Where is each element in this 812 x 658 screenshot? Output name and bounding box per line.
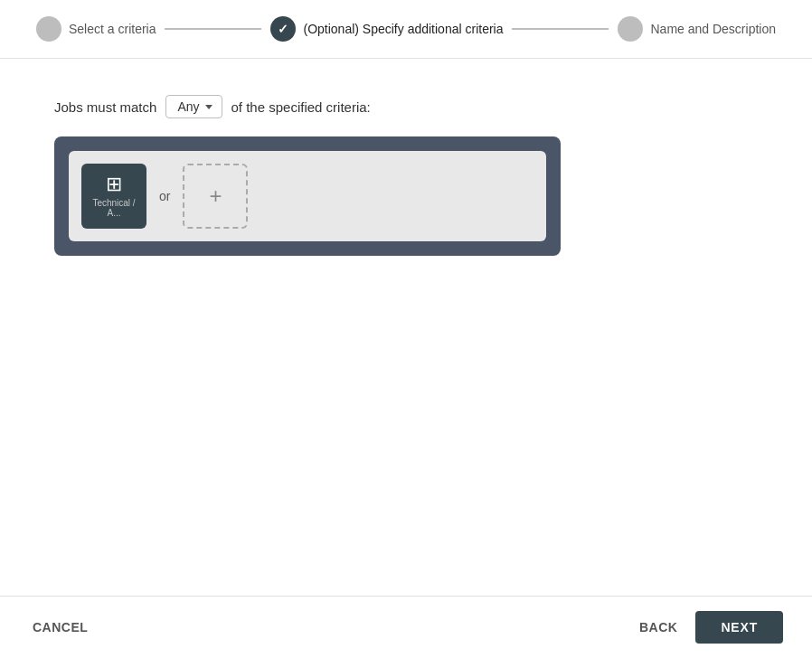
footer-right: BACK NEXT [636, 611, 783, 644]
criteria-card-label: Technical / A... [81, 198, 146, 218]
plus-icon: + [209, 185, 222, 207]
step-name-description: Name and Description [618, 16, 776, 42]
cancel-button[interactable]: CANCEL [29, 613, 91, 642]
match-prefix: Jobs must match [54, 99, 156, 115]
footer: CANCEL BACK NEXT [0, 596, 812, 658]
add-criteria-button[interactable]: + [183, 164, 248, 229]
criteria-box: ⊞ Technical / A... or + [54, 136, 561, 256]
step-label-2: (Optional) Specify additional criteria [303, 22, 503, 36]
or-label: or [159, 189, 170, 203]
step-circle-3 [618, 16, 643, 42]
criteria-inner: ⊞ Technical / A... or + [69, 151, 546, 241]
match-dropdown[interactable]: Any [165, 95, 222, 118]
connector-2 [512, 28, 609, 30]
match-suffix: of the specified criteria: [231, 99, 371, 115]
check-icon: ✓ [278, 22, 288, 36]
next-button[interactable]: NEXT [695, 611, 783, 644]
main-content: Jobs must match Any of the specified cri… [0, 59, 812, 596]
step-select-criteria: Select a criteria [36, 16, 156, 42]
step-circle-2: ✓ [270, 16, 296, 42]
back-button[interactable]: BACK [636, 613, 681, 642]
match-dropdown-value: Any [177, 99, 199, 114]
match-row: Jobs must match Any of the specified cri… [54, 95, 371, 118]
criteria-card[interactable]: ⊞ Technical / A... [81, 164, 146, 229]
step-label-1: Select a criteria [69, 22, 156, 36]
connector-1 [165, 28, 261, 30]
step-specify-criteria: ✓ (Optional) Specify additional criteria [270, 16, 503, 42]
step-label-3: Name and Description [650, 22, 776, 36]
chevron-down-icon [205, 105, 212, 109]
step-circle-1 [36, 16, 61, 42]
criteria-card-icon: ⊞ [106, 174, 122, 194]
stepper: Select a criteria ✓ (Optional) Specify a… [0, 0, 812, 59]
